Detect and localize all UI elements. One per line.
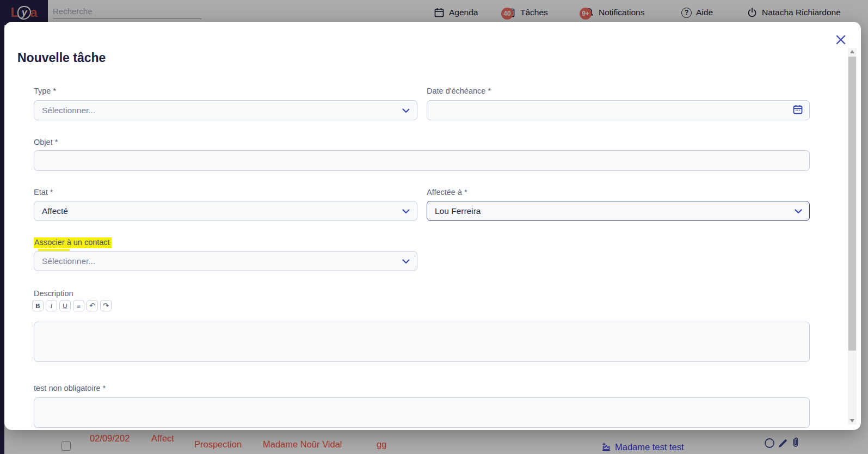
contact-select-value: Sélectionner... [42, 256, 95, 266]
scrollbar-up-icon[interactable] [848, 48, 857, 56]
objet-input[interactable] [34, 150, 810, 171]
assigned-to-select[interactable]: Lou Ferreira [427, 201, 810, 221]
scrollbar-thumb[interactable] [848, 57, 856, 351]
new-task-modal: Nouvelle tâche Type * Sélectionner... Da… [4, 22, 861, 430]
modal-scrollbar[interactable] [848, 48, 857, 425]
assigned-to-label: Affectée à * [427, 188, 467, 197]
undo-icon[interactable]: ↶ [87, 300, 98, 311]
description-label: Description [34, 289, 73, 298]
etat-select-value: Affecté [42, 206, 68, 216]
contact-select[interactable]: Sélectionner... [34, 251, 417, 271]
modal-title: Nouvelle tâche [17, 51, 106, 65]
description-textarea[interactable] [34, 322, 810, 362]
type-select-value: Sélectionner... [42, 106, 95, 115]
objet-label: Objet * [34, 138, 58, 146]
calendar-icon[interactable] [792, 104, 803, 117]
close-icon[interactable] [835, 34, 847, 46]
test-label: test non obligatoire * [34, 384, 106, 392]
type-label: Type * [34, 87, 56, 95]
chevron-down-icon [402, 256, 410, 266]
list-icon[interactable]: ≡ [73, 300, 84, 311]
chevron-down-icon [795, 206, 802, 216]
type-select[interactable]: Sélectionner... [34, 100, 417, 120]
due-date-input[interactable] [427, 100, 810, 120]
etat-label: Etat * [34, 188, 53, 197]
redo-icon[interactable]: ↷ [100, 300, 112, 311]
italic-icon[interactable]: I [46, 300, 57, 311]
underline-icon[interactable]: U [59, 300, 71, 311]
description-toolbar: B I U ≡ ↶ ↷ [32, 300, 112, 311]
test-input[interactable] [34, 397, 810, 428]
due-date-label: Date d'échéance * [427, 87, 491, 95]
chevron-down-icon [402, 206, 410, 216]
contact-label-highlight: Associer à un contact [34, 237, 112, 248]
chevron-down-icon [402, 106, 410, 115]
contact-label: Associer à un contact [34, 238, 112, 247]
scrollbar-down-icon[interactable] [848, 417, 857, 425]
bold-icon[interactable]: B [32, 300, 44, 311]
assigned-to-select-value: Lou Ferreira [435, 206, 481, 216]
etat-select[interactable]: Affecté [34, 201, 417, 221]
